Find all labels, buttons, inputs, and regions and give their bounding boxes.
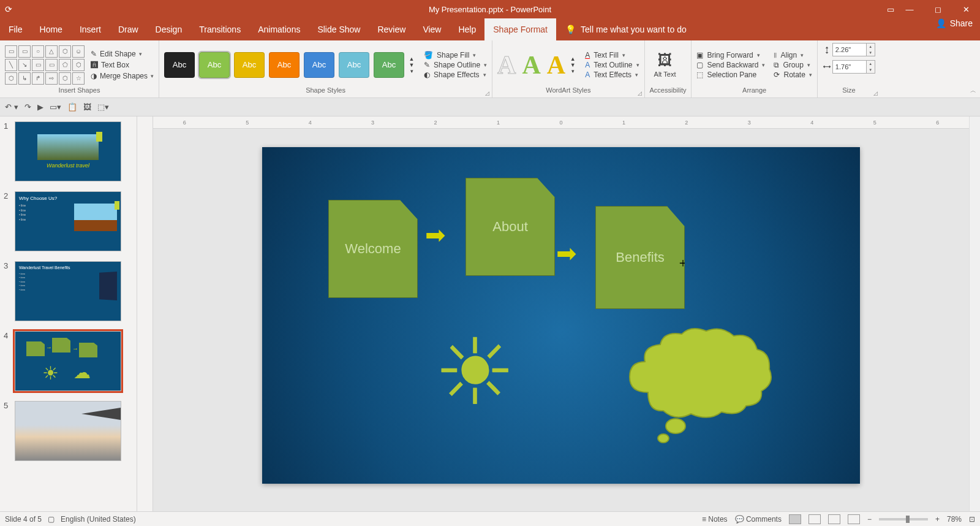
shape-height-input[interactable]: 2.26" bbox=[832, 43, 867, 56]
shapes-gallery[interactable]: ▭▭○△⬡☺ ╲↘▭▭⬠⬡ ⬡↳↱⇨⬡☆ bbox=[5, 45, 85, 85]
text-outline-button[interactable]: AText Outline bbox=[585, 61, 639, 69]
wordart-scroll-down[interactable]: ▼ bbox=[568, 62, 578, 68]
shape-style-gallery[interactable]: Abc Abc Abc Abc Abc Abc Abc bbox=[164, 52, 404, 78]
group-button[interactable]: ⧉Group bbox=[774, 61, 812, 69]
style-preset-5[interactable]: Abc bbox=[304, 52, 334, 78]
selection-pane-button[interactable]: ⬚Selection Pane bbox=[696, 71, 765, 79]
maximize-button[interactable]: ◻ bbox=[924, 0, 952, 18]
zoom-in-button[interactable]: + bbox=[935, 515, 940, 524]
tab-insert[interactable]: Insert bbox=[71, 18, 110, 40]
shape-styles-launcher[interactable]: ◿ bbox=[485, 90, 489, 96]
notes-button[interactable]: ≡ Notes bbox=[702, 515, 728, 524]
shape-welcome-text: Welcome bbox=[345, 241, 401, 257]
edit-shape-button[interactable]: ✎Edit Shape bbox=[91, 50, 154, 58]
slideshow-view-button[interactable] bbox=[848, 514, 860, 524]
style-preset-1[interactable]: Abc bbox=[164, 52, 195, 78]
wordart-expand[interactable]: ▾ bbox=[568, 68, 578, 74]
wordart-preset-2[interactable]: A bbox=[522, 50, 540, 80]
share-button[interactable]: 👤 Share bbox=[936, 18, 973, 28]
qat-button-4[interactable]: ▭▾ bbox=[50, 102, 61, 112]
redo-button[interactable]: ↷ bbox=[24, 102, 31, 112]
gallery-scroll-down[interactable]: ▼ bbox=[407, 62, 417, 68]
fit-to-window-button[interactable]: ⊡ bbox=[969, 515, 975, 524]
tab-design[interactable]: Design bbox=[147, 18, 191, 40]
gallery-expand[interactable]: ▾ bbox=[407, 68, 417, 74]
shape-sun[interactable]: ☀ bbox=[434, 319, 516, 425]
tab-home[interactable]: Home bbox=[31, 18, 71, 40]
gallery-scroll-up[interactable]: ▲ bbox=[407, 56, 417, 62]
send-backward-button[interactable]: ▢Send Backward bbox=[696, 61, 765, 69]
slide-thumbnail-5[interactable] bbox=[15, 401, 121, 461]
slide-thumbnail-2[interactable]: Why Choose Us? • line• line• line• line bbox=[15, 191, 121, 251]
zoom-out-button[interactable]: − bbox=[867, 515, 872, 524]
wordart-launcher[interactable]: ◿ bbox=[638, 90, 642, 96]
start-from-beginning-button[interactable]: ▶ bbox=[37, 102, 43, 112]
shape-welcome[interactable]: Welcome bbox=[328, 200, 418, 298]
slide-thumbnail-3[interactable]: Wanderlust Travel Benefits • item• item•… bbox=[15, 261, 121, 321]
zoom-slider[interactable] bbox=[879, 518, 928, 520]
slide-thumbnails-panel[interactable]: 1 Wanderlust travel 2 Why Choose Us? • l… bbox=[0, 116, 137, 511]
arrow-2[interactable]: ➡ bbox=[556, 239, 577, 267]
language-status[interactable]: English (United States) bbox=[61, 515, 136, 524]
shape-about[interactable]: About bbox=[466, 178, 555, 276]
style-preset-3[interactable]: Abc bbox=[234, 52, 265, 78]
minimize-button[interactable]: — bbox=[895, 0, 924, 18]
slide-canvas-area[interactable]: Welcome ➡ About ➡ Benefits ＋ ☀ bbox=[153, 129, 969, 511]
comments-button[interactable]: 💬 Comments bbox=[735, 515, 782, 524]
slide-thumbnail-4[interactable]: → → ☀ ☁ bbox=[15, 331, 121, 391]
tab-view[interactable]: View bbox=[414, 18, 450, 40]
shape-width-input[interactable]: 1.76" bbox=[832, 60, 867, 74]
shape-benefits-selected[interactable]: Benefits ＋ bbox=[595, 206, 685, 309]
tab-animations[interactable]: Animations bbox=[249, 18, 309, 40]
ribbon-display-options-icon[interactable]: ▭ bbox=[887, 5, 894, 14]
size-launcher[interactable]: ◿ bbox=[873, 90, 878, 96]
qat-button-5[interactable]: 📋 bbox=[67, 102, 77, 112]
undo-button[interactable]: ↶ ▾ bbox=[5, 102, 18, 112]
close-button[interactable]: ✕ bbox=[952, 0, 980, 18]
wordart-preset-3[interactable]: A bbox=[547, 50, 565, 80]
style-preset-4[interactable]: Abc bbox=[269, 52, 300, 78]
style-preset-7[interactable]: Abc bbox=[374, 52, 404, 78]
normal-view-button[interactable] bbox=[789, 514, 801, 524]
reading-view-button[interactable] bbox=[828, 514, 840, 524]
alt-text-button[interactable]: 🖼 Alt Text bbox=[650, 51, 680, 78]
width-spinner[interactable]: ▲▼ bbox=[867, 60, 875, 74]
height-spinner[interactable]: ▲▼ bbox=[867, 43, 875, 56]
qat-button-6[interactable]: 🖼 bbox=[83, 102, 91, 112]
bring-forward-button[interactable]: ▣Bring Forward bbox=[696, 51, 765, 59]
shape-fill-button[interactable]: 🪣Shape Fill bbox=[424, 51, 487, 59]
wordart-preset-1[interactable]: A bbox=[497, 50, 516, 80]
zoom-level[interactable]: 78% bbox=[947, 515, 962, 524]
text-box-button[interactable]: 🅰Text Box bbox=[91, 61, 154, 69]
style-preset-6[interactable]: Abc bbox=[339, 52, 369, 78]
qat-button-7[interactable]: ⬚▾ bbox=[97, 102, 109, 112]
tab-file[interactable]: File bbox=[0, 18, 31, 40]
slide-canvas[interactable]: Welcome ➡ About ➡ Benefits ＋ ☀ bbox=[262, 147, 860, 484]
merge-shapes-button[interactable]: ◑Merge Shapes bbox=[91, 72, 154, 80]
collapse-ribbon-button[interactable]: ︿ bbox=[970, 86, 976, 95]
tab-review[interactable]: Review bbox=[369, 18, 414, 40]
tab-draw[interactable]: Draw bbox=[110, 18, 147, 40]
tab-slideshow[interactable]: Slide Show bbox=[309, 18, 369, 40]
style-preset-2[interactable]: Abc bbox=[199, 52, 230, 78]
arrow-1[interactable]: ➡ bbox=[425, 221, 446, 249]
accessibility-status-icon[interactable]: ▢ bbox=[48, 515, 55, 524]
tab-help[interactable]: Help bbox=[450, 18, 484, 40]
text-effects-button[interactable]: AText Effects bbox=[585, 71, 639, 79]
shape-outline-button[interactable]: ✎Shape Outline bbox=[424, 61, 487, 69]
wordart-gallery[interactable]: A A A bbox=[497, 50, 565, 80]
align-button[interactable]: ⫴Align bbox=[774, 51, 812, 59]
text-fill-button[interactable]: AText Fill bbox=[585, 51, 639, 59]
rotate-button[interactable]: ⟳Rotate bbox=[774, 71, 812, 79]
shape-effects-button[interactable]: ◐Shape Effects bbox=[424, 71, 487, 79]
slide-sorter-view-button[interactable] bbox=[809, 514, 821, 524]
tell-me-search[interactable]: 💡 Tell me what you want to do bbox=[565, 18, 687, 40]
tab-transitions[interactable]: Transitions bbox=[190, 18, 249, 40]
shape-thought-cloud[interactable] bbox=[617, 325, 777, 473]
tab-shape-format[interactable]: Shape Format bbox=[484, 18, 556, 40]
thumb2-title: Why Choose Us? bbox=[19, 196, 117, 201]
slide-counter[interactable]: Slide 4 of 5 bbox=[5, 515, 42, 524]
wordart-scroll-up[interactable]: ▲ bbox=[568, 56, 578, 62]
slide-thumbnail-1[interactable]: Wanderlust travel bbox=[15, 121, 121, 181]
vertical-scrollbar[interactable] bbox=[969, 116, 980, 511]
